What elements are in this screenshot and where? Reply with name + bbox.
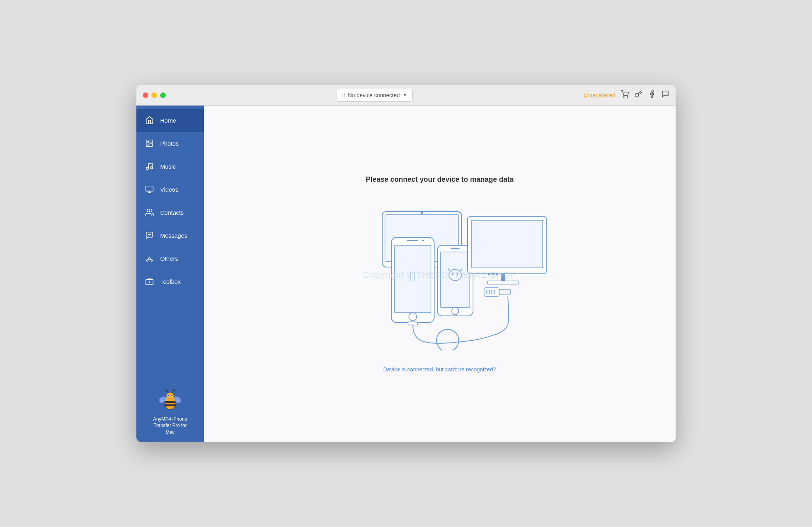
svg-point-0 [624,97,624,98]
key-icon[interactable] [634,90,642,100]
sidebar-item-toolbox[interactable]: Toolbox [136,270,204,293]
svg-point-52 [457,273,458,275]
photos-icon [144,138,155,148]
device-illustration: Copyright © THESOFTWARE.SHOP [325,200,555,350]
chevron-down-icon: ▼ [403,93,407,97]
svg-point-59 [488,273,490,275]
maximize-button[interactable] [160,92,166,98]
home-icon [144,115,155,125]
app-logo [157,387,183,413]
svg-rect-48 [451,248,460,249]
main-content: Home Photos [136,106,676,442]
sidebar-item-label: Contacts [160,209,184,216]
title-bar-right: Unregistered [584,90,669,100]
svg-point-1 [627,97,628,98]
sidebar-item-label: Toolbox [160,278,181,285]
svg-point-30 [165,389,167,391]
sidebar: Home Photos [136,106,204,442]
svg-line-15 [147,259,150,260]
cart-icon[interactable] [621,90,629,100]
svg-point-39 [421,212,423,214]
device-selector[interactable]:  No device connected ▼ [337,89,413,102]
svg-rect-22 [165,401,176,403]
svg-point-61 [496,273,498,275]
sidebar-item-messages[interactable]: Messages [136,224,204,247]
svg-rect-65 [486,290,490,294]
sidebar-item-contacts[interactable]: Contacts [136,201,204,224]
device-selector-text: No device connected [348,92,400,98]
minimize-button[interactable] [151,92,157,98]
svg-rect-62 [501,274,505,282]
svg-text::  [410,268,415,285]
svg-point-43 [422,239,424,241]
close-button[interactable] [143,92,148,98]
facebook-icon[interactable] [648,90,656,100]
svg-point-5 [151,167,153,169]
svg-rect-42 [407,240,418,241]
illustration-svg:  [325,200,555,350]
svg-rect-63 [487,281,519,284]
sidebar-item-home[interactable]: Home [136,109,204,132]
svg-rect-6 [146,186,153,191]
sidebar-item-others[interactable]: Others [136,247,204,270]
trouble-link[interactable]: Device is connected, but can't be recogn… [383,366,496,373]
svg-rect-68 [408,322,417,325]
svg-point-32 [173,389,175,391]
videos-icon [144,184,155,194]
app-window:  No device connected ▼ Unregistered [136,85,676,442]
others-icon [144,253,155,264]
svg-point-24 [167,392,174,400]
sidebar-footer: AnyMP4 iPhoneTransfer Pro forMac [136,381,204,442]
svg-point-51 [452,273,454,275]
svg-point-14 [151,260,153,262]
sidebar-item-label: Photos [160,140,179,147]
svg-point-4 [146,167,149,170]
svg-rect-47 [440,252,470,308]
chat-icon[interactable] [661,90,669,100]
sidebar-item-music[interactable]: Music [136,155,204,178]
sidebar-item-label: Messages [160,232,187,239]
connect-message: Please connect your device to manage dat… [366,175,513,184]
apple-logo-icon:  [343,92,345,99]
sidebar-item-photos[interactable]: Photos [136,132,204,155]
svg-rect-66 [491,290,494,294]
messages-icon [144,230,155,240]
svg-point-28 [171,395,172,396]
svg-point-54 [448,268,449,269]
svg-point-13 [149,258,150,259]
sidebar-item-label: Home [160,117,176,124]
toolbox-icon [144,276,155,287]
svg-line-16 [149,259,152,260]
sidebar-item-label: Videos [160,186,178,193]
app-name: AnyMP4 iPhoneTransfer Pro forMac [153,416,187,436]
svg-point-49 [452,308,459,315]
contacts-icon [144,207,155,217]
traffic-lights [143,92,166,98]
svg-point-27 [168,395,169,396]
sidebar-item-videos[interactable]: Videos [136,178,204,201]
svg-rect-58 [471,220,543,268]
svg-point-60 [492,273,494,275]
svg-point-3 [147,141,149,142]
svg-point-9 [147,209,150,212]
sidebar-item-label: Music [160,163,176,170]
nav-items: Home Photos [136,106,204,381]
svg-point-12 [147,260,148,262]
svg-point-69 [437,329,459,350]
content-area: Please connect your device to manage dat… [204,106,676,442]
svg-rect-23 [165,404,176,406]
title-bar:  No device connected ▼ Unregistered [136,85,676,106]
svg-point-44 [409,313,417,321]
sidebar-item-label: Others [160,255,178,262]
title-bar-center:  No device connected ▼ [166,89,584,102]
music-icon [144,161,155,171]
svg-rect-67 [499,289,510,295]
svg-point-56 [462,268,463,269]
unregistered-link[interactable]: Unregistered [584,92,615,98]
